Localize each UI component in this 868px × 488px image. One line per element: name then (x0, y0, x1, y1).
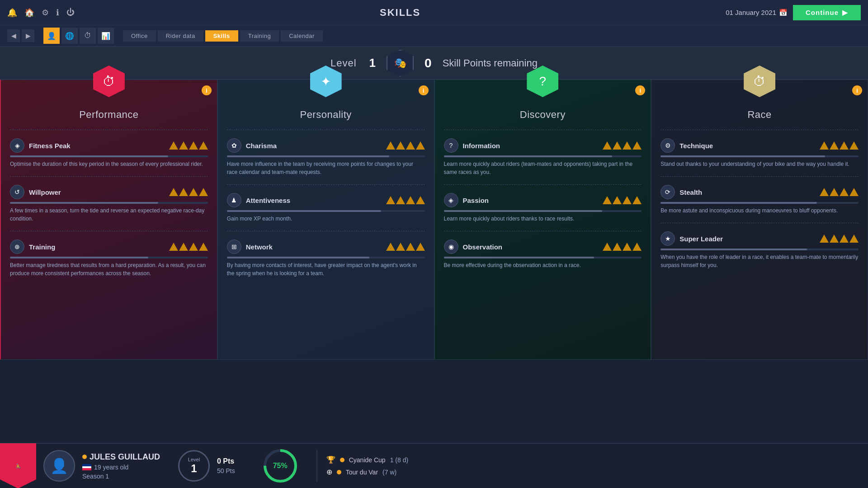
skill-stars-personality-1 (386, 196, 425, 204)
star-3 (849, 141, 859, 150)
skill-bar-fill-discovery-2 (444, 257, 594, 258)
race-info-badge[interactable]: i (852, 85, 862, 95)
race-dot-1 (337, 470, 341, 474)
star-2 (189, 141, 198, 150)
rider-badge: 🚴 (0, 443, 36, 488)
tab-calendar[interactable]: Calendar (281, 30, 323, 42)
nav-back-button[interactable]: ◀ (7, 29, 20, 42)
star-2 (406, 141, 415, 150)
skill-header-discovery-1: ◈Passion (444, 193, 642, 207)
info-icon[interactable]: ℹ (56, 8, 59, 18)
skill-bar-fill-personality-0 (227, 155, 389, 157)
nav-clock-icon[interactable]: ⏱ (80, 28, 96, 44)
star-1 (179, 243, 188, 251)
nav-forward-button[interactable]: ▶ (22, 29, 34, 42)
nav-world-icon[interactable]: 🌐 (61, 28, 78, 44)
skill-desc-performance-2: Better manage tiredness that results fro… (10, 261, 208, 277)
star-3 (849, 188, 859, 196)
card-race: ⏱iRace⚙TechniqueStand out thanks to your… (651, 80, 868, 360)
star-2 (189, 188, 198, 196)
skill-desc-race-0: Stand out thanks to your understanding o… (660, 160, 859, 168)
nav-chart-icon[interactable]: 📊 (98, 28, 114, 44)
skill-bar-personality-1 (227, 210, 425, 212)
skill-bar-personality-2 (227, 257, 425, 258)
skill-desc-discovery-0: Learn more quickly about riders (team-ma… (444, 160, 642, 176)
home-icon[interactable]: 🏠 (24, 8, 34, 18)
skill-bar-fill-discovery-0 (444, 155, 612, 157)
rider-name-text: JULES GUILLAUD (90, 452, 160, 462)
progress-text: 75% (273, 462, 288, 470)
race-item-1: ⊕Tour du Var(7 w) (326, 468, 408, 476)
divider-discovery-1 (444, 184, 642, 185)
skill-bar-discovery-1 (444, 210, 642, 212)
skill-desc-race-1: Be more astute and inconspicuous during … (660, 206, 859, 215)
tab-skills[interactable]: Skills (205, 30, 238, 42)
rider-badge-inner: 🚴 (15, 464, 21, 469)
divider-performance-2 (10, 231, 208, 231)
level-bar: Level 1 🎭 0 Skill Points remaining (0, 47, 868, 80)
skill-header-performance-2: ⊕Training (10, 239, 208, 254)
skill-name-performance-1: Willpower (29, 188, 165, 196)
flag-icon (82, 464, 91, 470)
skill-header-performance-0: ◈Fitness Peak (10, 138, 208, 153)
tab-training[interactable]: Training (240, 30, 279, 42)
rider-season: Season 1 (82, 473, 160, 480)
skill-header-performance-1: ↺Willpower (10, 185, 208, 199)
skill-item-discovery-2: ◉ObservationBe more effective during the… (444, 235, 642, 274)
skill-name-discovery-0: Information (463, 142, 599, 150)
skill-icon-race-2: ★ (660, 231, 675, 246)
power-icon[interactable]: ⏻ (66, 8, 75, 17)
skill-stars-personality-2 (386, 243, 425, 251)
personality-info-badge[interactable]: i (419, 85, 429, 95)
card-performance: ⏱iPerformance◈Fitness PeakOptimise the d… (0, 80, 217, 360)
divider-vertical (316, 450, 317, 482)
star-1 (396, 196, 405, 204)
discovery-info-badge[interactable]: i (635, 85, 645, 95)
tab-rider-data[interactable]: Rider data (158, 30, 203, 42)
continue-button[interactable]: Continue ▶ (793, 5, 861, 20)
star-1 (830, 141, 839, 150)
divider-race-1 (660, 176, 859, 177)
star-1 (613, 141, 622, 150)
discovery-title: Discovery (444, 109, 642, 121)
card-personality: ✦iPersonality✿CharismaHave more influenc… (217, 80, 434, 360)
card-discovery: ?iDiscovery?InformationLearn more quickl… (434, 80, 651, 360)
race-item-0: 🏆Cyanide Cup1 (8 d) (326, 455, 408, 464)
star-3 (632, 196, 642, 204)
skill-item-race-1: ⟳StealthBe more astute and inconspicuous… (660, 180, 859, 219)
star-1 (179, 141, 188, 150)
star-0 (820, 235, 829, 243)
skill-name-personality-0: Charisma (246, 142, 382, 150)
page-title: SKILLS (380, 7, 420, 19)
skill-name-personality-1: Attentiveness (246, 197, 382, 204)
nav-rider-icon[interactable]: 👤 (43, 28, 60, 44)
skill-icon-performance-2: ⊕ (10, 239, 24, 254)
pts-display: 0 Pts 50 Pts (217, 457, 235, 474)
skill-stars-discovery-1 (603, 196, 642, 204)
divider-performance-0 (10, 130, 208, 130)
race-name-0: Cyanide Cup (349, 456, 386, 464)
skill-bar-fill-performance-0 (10, 155, 168, 157)
performance-info-badge[interactable]: i (202, 85, 212, 95)
skill-stars-race-1 (820, 188, 859, 196)
tab-office[interactable]: Office (123, 30, 156, 42)
divider-personality-1 (227, 184, 425, 185)
star-2 (189, 243, 198, 251)
rider-age: 19 years old (82, 464, 160, 471)
skill-item-discovery-0: ?InformationLearn more quickly about rid… (444, 134, 642, 181)
calendar-icon[interactable]: 📅 (779, 9, 788, 17)
star-0 (386, 243, 395, 251)
star-0 (820, 141, 829, 150)
date-continue-area: 01 January 2021 📅 Continue ▶ (726, 5, 861, 20)
skill-icon-personality-1: ♟ (227, 193, 241, 207)
skill-item-personality-1: ♟AttentivenessGain more XP each month. (227, 188, 425, 227)
gear-icon[interactable]: ⚙ (42, 8, 49, 18)
divider-race-2 (660, 223, 859, 223)
divider-discovery-2 (444, 231, 642, 231)
star-3 (416, 141, 425, 150)
skill-item-performance-2: ⊕TrainingBetter manage tiredness that re… (10, 235, 208, 282)
star-2 (840, 235, 849, 243)
nav-arrows: ◀ ▶ (7, 29, 34, 42)
bell-icon[interactable]: 🔔 (7, 8, 17, 18)
skill-header-race-2: ★Super Leader (660, 231, 859, 246)
